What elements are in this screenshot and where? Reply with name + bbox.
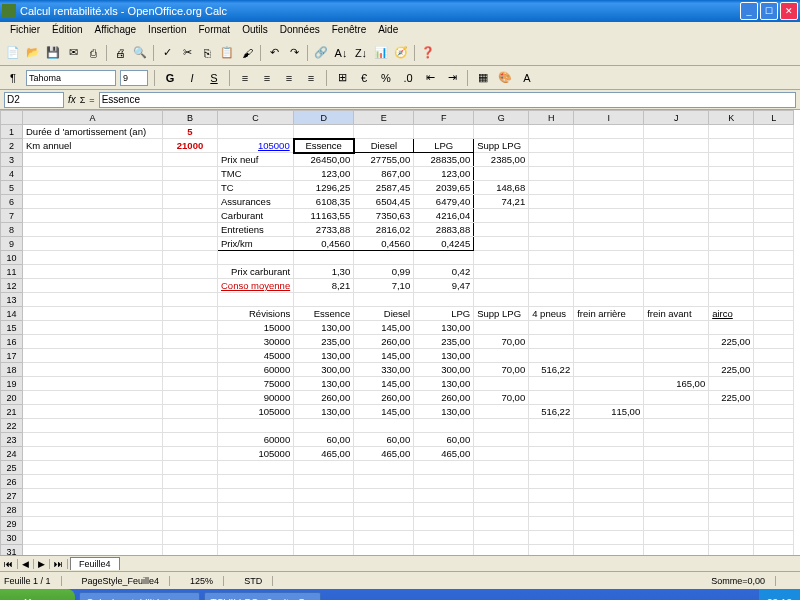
print-icon[interactable]: 🖨 [111, 44, 129, 62]
table-row: 21105000130,00145,00130,00516,22115,00 [1, 405, 794, 419]
justify-icon[interactable]: ≡ [302, 69, 320, 87]
sheet-position: Feuille 1 / 1 [4, 576, 62, 586]
table-row: 24105000465,00465,00465,00 [1, 447, 794, 461]
row-12: 12Conso moyenne8,217,109,47 [1, 279, 794, 293]
copy-icon[interactable]: ⎘ [198, 44, 216, 62]
row-22: 22 [1, 419, 794, 433]
row-3: 3Prix neuf26450,0027755,0028835,002385,0… [1, 153, 794, 167]
app-icon [2, 4, 16, 18]
italic-button[interactable]: I [183, 69, 201, 87]
decimal-add-icon[interactable]: .0 [399, 69, 417, 87]
new-icon[interactable]: 📄 [4, 44, 22, 62]
zoom-level[interactable]: 125% [190, 576, 224, 586]
link-icon[interactable]: 🔗 [312, 44, 330, 62]
percent-icon[interactable]: % [377, 69, 395, 87]
help-icon[interactable]: ❓ [419, 44, 437, 62]
column-headers[interactable]: ABCDEFGHIJKL [1, 111, 794, 125]
equals-icon[interactable]: = [89, 95, 94, 105]
windows-taskbar: démarrer Calcul rentabilité.xls - ... TC… [0, 589, 800, 600]
row-2: 2Km annuel21000105000EssenceDieselLPGSup… [1, 139, 794, 153]
tab-first-icon[interactable]: ⏮ [0, 559, 18, 569]
font-name-input[interactable] [26, 70, 116, 86]
format-paint-icon[interactable]: 🖌 [238, 44, 256, 62]
align-left-icon[interactable]: ≡ [236, 69, 254, 87]
sheet-tab[interactable]: Feuille4 [70, 557, 120, 570]
bold-button[interactable]: G [161, 69, 179, 87]
save-icon[interactable]: 💾 [44, 44, 62, 62]
preview-icon[interactable]: 🔍 [131, 44, 149, 62]
page-style: PageStyle_Feuille4 [82, 576, 171, 586]
minimize-button[interactable]: _ [740, 2, 758, 20]
paste-icon[interactable]: 📋 [218, 44, 236, 62]
maximize-button[interactable]: ☐ [760, 2, 778, 20]
sum-icon[interactable]: Σ [80, 95, 86, 105]
border-icon[interactable]: ▦ [474, 69, 492, 87]
menu-donnees[interactable]: Données [274, 22, 326, 40]
table-row: 236000060,0060,0060,00 [1, 433, 794, 447]
tab-next-icon[interactable]: ▶ [34, 559, 50, 569]
row-9: 9Prix/km0,45600,45600,4245 [1, 237, 794, 251]
menu-outils[interactable]: Outils [236, 22, 274, 40]
indent-dec-icon[interactable]: ⇤ [421, 69, 439, 87]
table-row: 1975000130,00145,00130,00165,00 [1, 377, 794, 391]
menubar: Fichier Édition Affichage Insertion Form… [0, 22, 800, 40]
taskbar-app-2[interactable]: TCVII LPG v2.odt - O... [204, 592, 321, 600]
sheet-tabs: ⏮ ◀ ▶ ⏭ Feuille4 [0, 555, 800, 571]
mail-icon[interactable]: ✉ [64, 44, 82, 62]
spellcheck-icon[interactable]: ✓ [158, 44, 176, 62]
cell-reference[interactable] [4, 92, 64, 108]
menu-insertion[interactable]: Insertion [142, 22, 192, 40]
row-4: 4TMC123,00867,00123,00 [1, 167, 794, 181]
menu-fenetre[interactable]: Fenêtre [326, 22, 372, 40]
row-14: 14RévisionsEssenceDieselLPGSupp LPG4 pne… [1, 307, 794, 321]
tab-last-icon[interactable]: ⏭ [50, 559, 68, 569]
menu-affichage[interactable]: Affichage [89, 22, 143, 40]
align-center-icon[interactable]: ≡ [258, 69, 276, 87]
fontcolor-icon[interactable]: A [518, 69, 536, 87]
indent-inc-icon[interactable]: ⇥ [443, 69, 461, 87]
insert-mode: STD [244, 576, 273, 586]
font-size-input[interactable] [120, 70, 148, 86]
system-clock[interactable]: 23:13 [759, 589, 800, 600]
table-row: 1860000300,00330,00300,0070,00516,22225,… [1, 363, 794, 377]
merge-icon[interactable]: ⊞ [333, 69, 351, 87]
row-7: 7Carburant11163,557350,634216,04 [1, 209, 794, 223]
undo-icon[interactable]: ↶ [265, 44, 283, 62]
status-bar: Feuille 1 / 1 PageStyle_Feuille4 125% ST… [0, 571, 800, 589]
bgcolor-icon[interactable]: 🎨 [496, 69, 514, 87]
window-title: Calcul rentabilité.xls - OpenOffice.org … [20, 5, 740, 17]
menu-aide[interactable]: Aide [372, 22, 404, 40]
currency-icon[interactable]: € [355, 69, 373, 87]
redo-icon[interactable]: ↷ [285, 44, 303, 62]
table-row: 2090000260,00260,00260,0070,00225,00 [1, 391, 794, 405]
taskbar-app-1[interactable]: Calcul rentabilité.xls - ... [79, 592, 199, 600]
titlebar: Calcul rentabilité.xls - OpenOffice.org … [0, 0, 800, 22]
close-button[interactable]: ✕ [780, 2, 798, 20]
open-icon[interactable]: 📂 [24, 44, 42, 62]
table-row: 1515000130,00145,00130,00 [1, 321, 794, 335]
sum-display: Somme=0,00 [711, 576, 776, 586]
menu-format[interactable]: Format [192, 22, 236, 40]
row-1: 1Durée d 'amortissement (an)5 [1, 125, 794, 139]
menu-fichier[interactable]: Fichier [4, 22, 46, 40]
row-6: 6Assurances6108,356504,456479,4074,21 [1, 195, 794, 209]
row-13: 13 [1, 293, 794, 307]
row-5: 5TC1296,252587,452039,65148,68 [1, 181, 794, 195]
row-11: 11Prix carburant1,300,990,42 [1, 265, 794, 279]
pdf-icon[interactable]: ⎙ [84, 44, 102, 62]
formula-input[interactable] [99, 92, 796, 108]
navigator-icon[interactable]: 🧭 [392, 44, 410, 62]
sort-desc-icon[interactable]: Z↓ [352, 44, 370, 62]
align-right-icon[interactable]: ≡ [280, 69, 298, 87]
tab-prev-icon[interactable]: ◀ [18, 559, 34, 569]
start-button[interactable]: démarrer [0, 589, 75, 600]
sort-asc-icon[interactable]: A↓ [332, 44, 350, 62]
spreadsheet-grid[interactable]: ABCDEFGHIJKL 1Durée d 'amortissement (an… [0, 110, 800, 555]
menu-edition[interactable]: Édition [46, 22, 89, 40]
chart-icon[interactable]: 📊 [372, 44, 390, 62]
table-row: 1630000235,00260,00235,0070,00225,00 [1, 335, 794, 349]
cut-icon[interactable]: ✂ [178, 44, 196, 62]
formula-bar: fx Σ = [0, 90, 800, 110]
styles-icon[interactable]: ¶ [4, 69, 22, 87]
underline-button[interactable]: S [205, 69, 223, 87]
